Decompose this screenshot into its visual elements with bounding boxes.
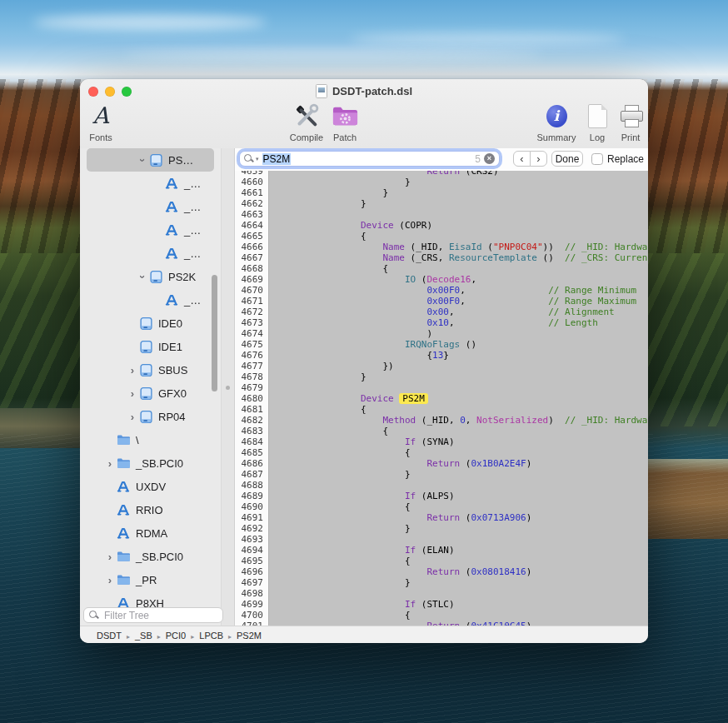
tree-item-_[interactable]: _… (87, 218, 214, 242)
code-line: 4661 } (235, 187, 648, 198)
tree-item-PS[interactable]: ›PS… (87, 148, 214, 172)
code-text: { (269, 404, 366, 415)
code-line: 4694 If (ELAN) (235, 545, 648, 556)
tree-item-RDMA[interactable]: RDMA (87, 521, 214, 545)
breadcrumb-separator-icon: ▸ (157, 633, 161, 641)
find-next-button[interactable]: › (530, 151, 547, 167)
code-text: 0x00F0, // Range Maximum (269, 296, 636, 307)
code-text: Name (_CRS, ResourceTemplate () // _CRS:… (269, 252, 648, 263)
method-icon (165, 177, 179, 191)
chevron-right-icon[interactable]: › (126, 411, 139, 423)
folder-icon (117, 433, 131, 447)
code-editor[interactable]: 4659 Return (CRS2)4660 }4661 }4662 }4663… (235, 171, 648, 626)
done-button[interactable]: Done (551, 151, 583, 167)
summary-button[interactable]: i Summary (533, 99, 580, 142)
code-line: 4672 0x00, // Alignment (235, 307, 648, 317)
code-line: 4671 0x00F0, // Range Maximum (235, 296, 648, 307)
chevron-right-icon[interactable]: › (103, 551, 117, 563)
tree-item-label: \ (136, 434, 139, 446)
tree-item-_[interactable]: _… (87, 172, 214, 195)
code-line: 4682 Method (_HID, 0, NotSerialized) // … (235, 415, 648, 426)
patch-label: Patch (333, 132, 357, 142)
search-input[interactable]: ▾ PS2M 5 × (239, 151, 500, 167)
chevron-right-icon[interactable]: › (126, 364, 139, 376)
line-number: 4670 (235, 285, 269, 296)
line-number: 4677 (235, 361, 269, 371)
code-line: 4663 (235, 209, 648, 220)
code-line: 4680 Device PS2M (235, 393, 648, 404)
code-text: Return (0x0713A906) (269, 512, 531, 523)
split-divider[interactable] (221, 148, 235, 626)
tree-item-RP04[interactable]: ›RP04 (87, 405, 214, 428)
find-bar: ▾ PS2M 5 × ‹ › Done Replace (235, 148, 648, 172)
info-icon: i (546, 105, 567, 127)
breadcrumb-item-_SB[interactable]: _SB (135, 631, 152, 641)
code-text: Return (0x08018416) (269, 566, 531, 577)
code-line: 4679 (235, 382, 648, 393)
tree-item-UXDV[interactable]: UXDV (87, 475, 214, 498)
tree-item-_SBPCI0[interactable]: ›_SB.PCI0 (87, 545, 214, 568)
code-text: 0x00, // Alignment (269, 307, 615, 317)
code-text: { (269, 556, 411, 566)
tree-item-_[interactable]: _… (87, 242, 214, 265)
previous-chevron-icon: ‹ (520, 152, 523, 165)
code-line: 4683 { (235, 426, 648, 436)
code-text: } (269, 577, 411, 588)
code-line: 4667 Name (_CRS, ResourceTemplate () // … (235, 252, 648, 263)
print-button[interactable]: Print (614, 99, 647, 142)
find-previous-button[interactable]: ‹ (513, 151, 531, 167)
line-number: 4686 (235, 458, 269, 469)
code-text: } (269, 177, 411, 187)
replace-control: Replace (591, 151, 644, 167)
clear-search-icon[interactable]: × (484, 153, 495, 164)
tree-item-_[interactable]: _… (87, 195, 214, 218)
tree-item-label: _PR (136, 574, 157, 586)
method-icon (165, 200, 179, 214)
chevron-right-icon[interactable]: › (103, 574, 117, 586)
tree-item-PS2K[interactable]: ›PS2K (87, 265, 214, 288)
code-text: { (269, 231, 366, 242)
compile-button[interactable]: Compile (285, 99, 328, 142)
line-number: 4692 (235, 523, 269, 534)
tree-item-SBUS[interactable]: ›SBUS (87, 358, 214, 381)
tree-item-IDE0[interactable]: IDE0 (87, 312, 214, 335)
code-text: } (269, 523, 411, 534)
breadcrumb-item-PS2M[interactable]: PS2M (237, 631, 262, 641)
sidebar-scrollbar[interactable] (212, 275, 217, 391)
tree-item-root[interactable]: \ (87, 428, 214, 451)
method-icon (117, 480, 131, 494)
breadcrumb-item-PCI0[interactable]: PCI0 (166, 631, 186, 641)
device-icon (139, 340, 153, 354)
tree-item-GFX0[interactable]: ›GFX0 (87, 381, 214, 405)
breadcrumb-item-LPCB[interactable]: LPCB (199, 631, 223, 641)
tree-item-_SBPCI0[interactable]: ›_SB.PCI0 (87, 451, 214, 475)
chevron-down-icon[interactable]: › (136, 154, 149, 167)
code-text: IRQNoFlags () (269, 339, 476, 350)
tree-item-IDE1[interactable]: IDE1 (87, 335, 214, 358)
tree-item-_[interactable]: _… (87, 288, 214, 312)
replace-checkbox[interactable] (591, 153, 603, 165)
line-number: 4696 (235, 566, 269, 577)
breadcrumb-item-DSDT[interactable]: DSDT (97, 631, 122, 641)
code-text: 0x10, // Length (269, 317, 598, 328)
chevron-down-icon[interactable]: › (136, 271, 149, 283)
code-text: If (STLC) (269, 599, 455, 610)
chevron-right-icon[interactable]: › (126, 387, 139, 400)
code-text: Name (_HID, EisaId ("PNP0C04")) // _HID:… (269, 242, 648, 252)
search-options-chevron-icon[interactable]: ▾ (256, 156, 259, 162)
fonts-button[interactable]: A Fonts (82, 99, 120, 142)
tree-item-_PR[interactable]: ›_PR (87, 568, 214, 591)
folder-icon (117, 456, 131, 471)
patch-button[interactable]: Patch (325, 99, 365, 142)
line-number: 4667 (235, 252, 269, 263)
window-toolbar: DSDT-patch.dsl A Fonts Compile (80, 79, 648, 149)
code-text: Device (COPR) (269, 220, 432, 231)
tree-item-RRIO[interactable]: RRIO (87, 498, 214, 521)
log-button[interactable]: Log (581, 99, 614, 142)
search-query: PS2M (262, 153, 292, 165)
line-number: 4668 (235, 263, 269, 274)
maciasl-window: DSDT-patch.dsl A Fonts Compile (80, 79, 648, 643)
chevron-right-icon[interactable]: › (103, 457, 117, 470)
filter-tree-input[interactable]: Filter Tree (83, 607, 223, 623)
code-text (269, 480, 272, 491)
